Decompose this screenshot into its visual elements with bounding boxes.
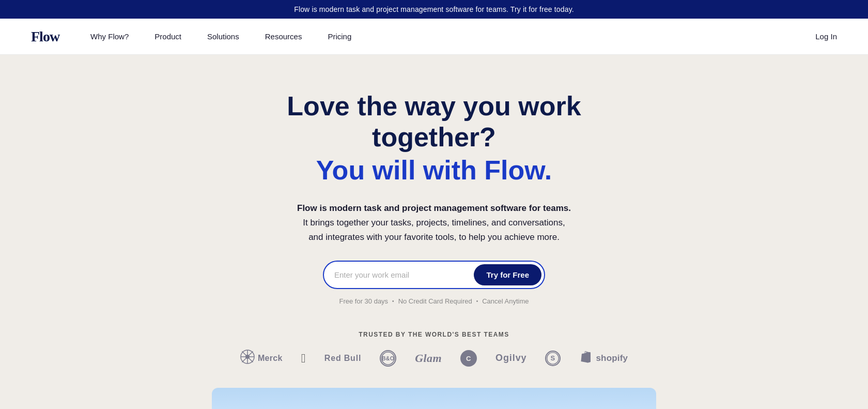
trusted-label: TRUSTED BY THE WORLD'S BEST TEAMS bbox=[359, 331, 509, 338]
nav-item-product[interactable]: Product bbox=[154, 32, 181, 41]
brand-carhartt: C bbox=[460, 350, 477, 367]
dot2: • bbox=[476, 298, 478, 304]
nav-links: Why Flow? Product Solutions Resources Pr… bbox=[90, 32, 815, 41]
shopify-icon bbox=[579, 350, 593, 367]
brand-glam: Glam bbox=[415, 352, 442, 365]
hero-desc-rest: It brings together your tasks, projects,… bbox=[303, 218, 565, 242]
email-input[interactable] bbox=[334, 270, 474, 279]
hero-description: Flow is modern task and project manageme… bbox=[297, 201, 571, 245]
trusted-section: TRUSTED BY THE WORLD'S BEST TEAMS Merck bbox=[10, 331, 858, 367]
nav-item-solutions[interactable]: Solutions bbox=[207, 32, 239, 41]
subtext-item1: Free for 30 days bbox=[339, 297, 388, 305]
nav-login[interactable]: Log In bbox=[815, 32, 837, 41]
navbar: Flow Why Flow? Product Solutions Resourc… bbox=[0, 19, 868, 55]
nav-item-resources[interactable]: Resources bbox=[265, 32, 302, 41]
brand-logos: Merck  Red Bull B&O bbox=[240, 350, 628, 367]
shopify-label: shopify bbox=[596, 353, 628, 363]
redbull-label: Red Bull bbox=[324, 354, 361, 363]
nav-logo[interactable]: Flow bbox=[31, 28, 59, 45]
svg-text:B&O: B&O bbox=[382, 355, 394, 361]
brand-s: S bbox=[545, 351, 561, 366]
ogilvy-label: Ogilvy bbox=[495, 353, 526, 363]
merck-icon bbox=[240, 350, 255, 367]
nav-item-why-flow[interactable]: Why Flow? bbox=[90, 32, 129, 41]
brand-redbull: Red Bull bbox=[324, 354, 361, 363]
s-circle-icon: S bbox=[545, 351, 561, 366]
svg-text:S: S bbox=[551, 354, 555, 362]
nav-item-pricing[interactable]: Pricing bbox=[328, 32, 351, 41]
email-form: Try for Free bbox=[323, 261, 545, 289]
top-banner: Flow is modern task and project manageme… bbox=[0, 0, 868, 19]
bo-icon: B&O bbox=[380, 350, 396, 367]
glam-label: Glam bbox=[415, 352, 442, 365]
hero-section: Love the way you work together? You will… bbox=[0, 55, 868, 409]
brand-ogilvy: Ogilvy bbox=[495, 353, 526, 363]
hero-title-line2: You will with Flow. bbox=[316, 155, 552, 186]
subtext-item2: No Credit Card Required bbox=[398, 297, 472, 305]
merck-label: Merck bbox=[258, 354, 283, 363]
hero-title-line1: Love the way you work together? bbox=[253, 91, 615, 153]
app-preview bbox=[212, 388, 656, 409]
form-subtext: Free for 30 days • No Credit Card Requir… bbox=[339, 297, 529, 305]
brand-apple:  bbox=[301, 351, 306, 366]
carhartt-icon: C bbox=[460, 350, 477, 367]
brand-shopify: shopify bbox=[579, 350, 628, 367]
apple-icon:  bbox=[301, 351, 306, 366]
dot1: • bbox=[392, 298, 394, 304]
banner-text: Flow is modern task and project manageme… bbox=[294, 5, 574, 13]
brand-bo: B&O bbox=[380, 350, 396, 367]
subtext-item3: Cancel Anytime bbox=[482, 297, 529, 305]
try-for-free-button[interactable]: Try for Free bbox=[474, 264, 541, 285]
hero-desc-bold: Flow is modern task and project manageme… bbox=[297, 203, 571, 213]
svg-text:C: C bbox=[466, 354, 471, 362]
brand-merck: Merck bbox=[240, 350, 283, 367]
